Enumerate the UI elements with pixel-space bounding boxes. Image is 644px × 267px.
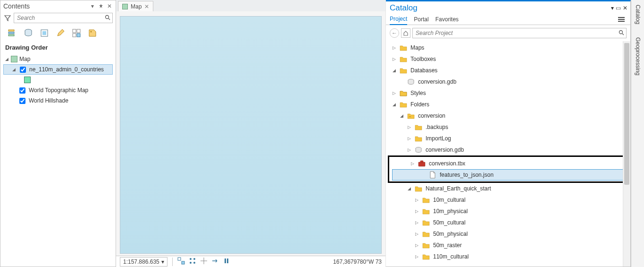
layer-ne-countries[interactable]: ◢ ne_110m_admin_0_countries: [3, 64, 113, 75]
file-icon: [428, 172, 437, 178]
expander-icon[interactable]: ◢: [392, 102, 396, 107]
map-canvas[interactable]: [120, 16, 382, 254]
list-by-selection-icon[interactable]: [39, 28, 50, 38]
expander-icon[interactable]: ▷: [414, 254, 419, 259]
node-importlog[interactable]: ▷ ImportLog: [386, 133, 630, 144]
grid-tool-icon[interactable]: [200, 257, 208, 266]
node-label: 50m_physical: [433, 231, 630, 237]
tab-project[interactable]: Project: [390, 14, 407, 25]
expander-icon[interactable]: ▷: [407, 147, 411, 152]
scrollbar-thumb[interactable]: [624, 43, 629, 185]
layer-checkbox[interactable]: [19, 87, 25, 94]
expander-icon[interactable]: ▷: [414, 209, 419, 214]
scrollbar[interactable]: [623, 41, 630, 267]
node-natural-earth[interactable]: ◢ Natural_Earth_quick_start: [386, 183, 630, 194]
node-50m-raster[interactable]: ▷ 50m_raster: [386, 240, 630, 251]
menu-icon[interactable]: [616, 15, 627, 24]
filter-icon[interactable]: [3, 14, 12, 22]
expander-icon[interactable]: ▷: [414, 198, 419, 202]
svg-rect-13: [178, 258, 181, 260]
catalog-tabstrip: Project Portal Favorites: [386, 13, 630, 25]
node-label: conversion.tbx: [429, 160, 627, 167]
node-110m-cultural[interactable]: ▷ 110m_cultural: [386, 251, 630, 262]
node-toolboxes[interactable]: ▷ Toolboxes: [386, 53, 630, 65]
svg-point-12: [91, 31, 92, 33]
list-by-snapping-icon[interactable]: [71, 28, 82, 38]
symbol-swatch[interactable]: [24, 77, 31, 83]
node-10m-cultural[interactable]: ▷ 10m_cultural: [386, 194, 630, 206]
dropdown-icon[interactable]: ▾: [89, 3, 96, 9]
node-maps[interactable]: ▷ Maps: [386, 42, 630, 53]
map-tab[interactable]: Map ✕: [118, 1, 153, 11]
contents-search-box[interactable]: [14, 13, 113, 23]
svg-line-1: [109, 18, 110, 20]
layer-checkbox[interactable]: [20, 67, 26, 73]
node-label: features_to_json.json: [440, 172, 624, 178]
constraints-tool-icon[interactable]: [211, 257, 219, 266]
highlighted-region: ▷ conversion.tbx features_to_json.json: [388, 155, 628, 183]
expander-icon[interactable]: ▷: [407, 136, 411, 141]
node-conversion-folder[interactable]: ◢ conversion: [386, 110, 630, 121]
dropdown-icon[interactable]: ▾: [611, 5, 614, 11]
expander-icon[interactable]: ▷: [410, 161, 415, 166]
node-styles[interactable]: ▷ Styles: [386, 87, 630, 99]
expander-icon[interactable]: ◢: [11, 67, 16, 72]
node-50m-physical[interactable]: ▷ 50m_physical: [386, 228, 630, 240]
back-icon[interactable]: ←: [390, 28, 399, 38]
scale-selector[interactable]: 1:157.886.635 ▾: [120, 257, 167, 267]
tab-portal[interactable]: Portal: [414, 14, 428, 25]
side-tab-geoprocessing[interactable]: Geoprocessing: [634, 35, 642, 78]
catalog-search-box[interactable]: [412, 28, 627, 38]
close-icon[interactable]: ✕: [106, 3, 113, 9]
node-10m-physical[interactable]: ▷ 10m_physical: [386, 206, 630, 217]
pause-tool-icon[interactable]: [223, 257, 230, 266]
close-icon[interactable]: ✕: [623, 5, 627, 11]
tab-favorites[interactable]: Favorites: [435, 14, 459, 25]
home-icon[interactable]: [401, 28, 410, 38]
node-50m-cultural[interactable]: ▷ 50m_cultural: [386, 217, 630, 228]
expander-icon[interactable]: ▷: [392, 45, 396, 50]
folder-icon: [399, 101, 408, 108]
expander-icon[interactable]: ▷: [392, 91, 396, 95]
snapping-tool-icon[interactable]: [189, 257, 196, 266]
node-databases[interactable]: ◢ Databases: [386, 65, 630, 76]
layer-swatch-row: [3, 75, 113, 85]
list-by-labeling-icon[interactable]: [87, 28, 98, 38]
layer-hillshade[interactable]: World Hillshade: [3, 95, 113, 106]
close-icon[interactable]: ✕: [144, 3, 149, 10]
pin-icon[interactable]: [98, 3, 104, 9]
layer-topo[interactable]: World Topographic Map: [3, 85, 113, 95]
dropdown-icon[interactable]: ▾: [161, 258, 164, 265]
list-by-source-icon[interactable]: [23, 28, 33, 38]
catalog-header: Catalog ▾ ▭ ✕: [386, 1, 630, 13]
node-conversion-tbx[interactable]: ▷ conversion.tbx: [389, 158, 627, 169]
expander-icon[interactable]: ◢: [407, 186, 411, 191]
layer-checkbox[interactable]: [19, 98, 25, 104]
list-by-editing-icon[interactable]: [55, 28, 66, 38]
expander-icon[interactable]: ▷: [407, 125, 411, 129]
node-backups[interactable]: ▷ .backups: [386, 121, 630, 133]
folder-icon: [414, 124, 423, 130]
node-folders[interactable]: ◢ Folders: [386, 99, 630, 110]
catalog-search-input[interactable]: [415, 29, 619, 37]
node-conversion-gdb[interactable]: conversion.gdb: [386, 76, 630, 87]
expander-icon[interactable]: ◢: [399, 113, 404, 118]
expander-icon[interactable]: ▷: [392, 57, 396, 61]
expander-icon[interactable]: ▷: [414, 220, 419, 225]
expander-icon[interactable]: ◢: [4, 57, 9, 61]
expander-icon[interactable]: ▷: [414, 243, 419, 248]
node-features-json[interactable]: features_to_json.json: [392, 169, 624, 181]
contents-header: Contents ▾ ✕: [0, 0, 116, 11]
database-folder-icon: [399, 67, 408, 74]
side-tab-catalog[interactable]: Catalog: [634, 3, 642, 26]
list-by-drawing-order-icon[interactable]: [7, 28, 17, 38]
expander-icon[interactable]: ◢: [392, 68, 396, 73]
contents-search-input[interactable]: [16, 14, 105, 22]
search-icon[interactable]: [105, 15, 110, 22]
autohide-icon[interactable]: ▭: [616, 5, 621, 11]
search-icon[interactable]: [619, 30, 624, 37]
selection-tool-icon[interactable]: [177, 257, 185, 266]
map-node[interactable]: ◢ Map: [3, 54, 113, 64]
node-conversion-gdb2[interactable]: ▷ conversion.gdb: [386, 144, 630, 155]
expander-icon[interactable]: ▷: [414, 232, 419, 236]
